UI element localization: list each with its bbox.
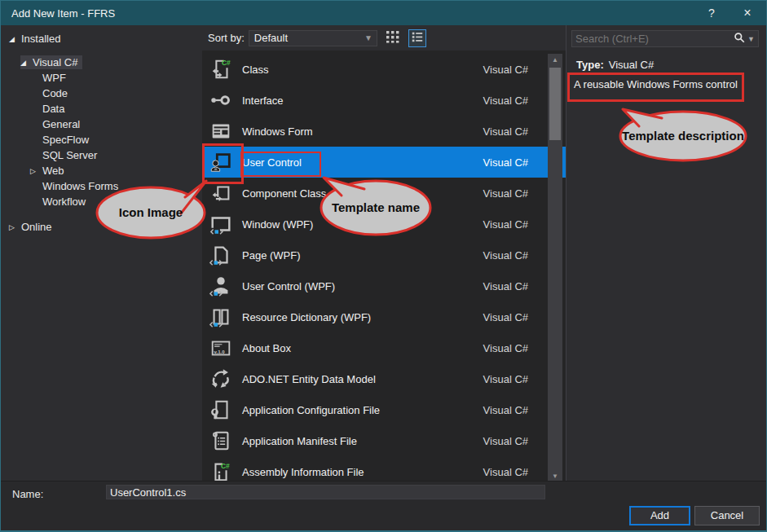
tree-item-visual-c[interactable]: ◢Visual C# [1,55,202,70]
tree-item-label: Web [42,165,64,177]
sort-by-value: Default [254,32,288,44]
tree-item-label: Code [42,87,68,99]
template-category-label: Visual C# [483,466,528,478]
scroll-up-arrow-icon[interactable]: ▲ [548,54,562,67]
tree-item-wpf[interactable]: WPF [1,70,202,86]
template-name-label: Interface [237,95,483,107]
template-category-label: Visual C# [483,435,528,447]
search-input[interactable] [572,33,734,45]
icon-image-callout: Icon Image [90,177,213,244]
template-category-label: Visual C# [483,311,528,323]
template-item-interface[interactable]: InterfaceVisual C# [202,85,566,116]
template-name-label: User Control (WPF) [237,280,483,292]
category-panel: ◢Installed◢Visual C#WPFCodeDataGeneralSp… [1,25,202,483]
tree-item-label: Workflow [42,196,86,208]
template-category-label: Visual C# [483,404,528,416]
type-value: Visual C# [609,59,654,71]
tree-item-data[interactable]: Data [1,101,202,117]
search-box: ▼ [571,30,759,47]
tree-item-code[interactable]: Code [1,86,202,101]
svg-text:v.1.0: v.1.0 [214,349,226,354]
template-category-label: Visual C# [483,373,528,385]
chevron-down-icon: ▼ [747,35,755,43]
assembly-info-file-icon: C# [205,459,237,483]
template-name-label: Application Configuration File [237,404,483,416]
template-name-label: Application Manifest File [237,435,483,447]
template-category-label: Visual C# [483,125,528,138]
template-category-label: Visual C# [483,156,528,169]
tree-item-sql-server[interactable]: SQL Server [1,147,202,163]
template-name-label: Page (WPF) [237,249,483,262]
description-annotation-box [567,73,744,102]
template-name-label: Class [237,64,483,76]
scrollbar-thumb[interactable] [549,68,561,140]
tree-item-label: Visual C# [33,56,77,68]
template-name-annotation-box [240,152,321,177]
type-row: Type:Visual C# [576,59,654,71]
template-item-about-box[interactable]: v.1.0About BoxVisual C# [202,332,566,363]
app-manifest-file-icon [205,429,237,453]
tree-item-label: Installed [21,33,60,45]
template-category-label: Visual C# [483,342,528,354]
tree-item-label: WPF [42,72,66,84]
tree-item-installed[interactable]: ◢Installed [1,31,202,46]
template-item-assembly-information-file[interactable]: C#Assembly Information FileVisual C# [202,456,566,483]
type-label: Type: [576,59,604,71]
svg-text:C#: C# [222,59,231,67]
template-name-label: Resource Dictionary (WPF) [237,311,483,323]
sort-by-dropdown[interactable]: Default ▼ [249,30,377,46]
collapse-arrow-icon[interactable]: ◢ [20,59,33,67]
chevron-down-icon: ▼ [364,33,372,42]
class-icon: C# [205,57,237,81]
add-new-item-dialog: Add New Item - FFRS ? × ◢Installed◢Visua… [0,0,767,532]
sort-bar: Sort by: Default ▼ [202,25,566,51]
collapse-arrow-icon[interactable]: ◢ [9,35,21,43]
small-icons-view-button[interactable] [408,29,426,47]
callout-text: Template description [622,129,744,143]
ado-net-entity-icon [205,367,237,391]
vertical-scrollbar[interactable]: ▲ ▼ [548,54,562,483]
template-item-ado-net-entity-data-model[interactable]: ADO.NET Entity Data ModelVisual C# [202,363,566,394]
footer: Name: Add Cancel [1,481,766,530]
template-name-label: ADO.NET Entity Data Model [237,373,483,385]
tree-item-general[interactable]: General [1,117,202,132]
add-button[interactable]: Add [629,506,690,525]
expand-arrow-icon[interactable]: ▷ [9,223,21,231]
template-list: C#ClassVisual C#InterfaceVisual C#Window… [202,51,566,483]
template-description-callout: Template description [616,103,751,167]
list-view-icon [411,30,424,46]
template-item-class[interactable]: C#ClassVisual C# [202,54,566,85]
page-wpf-icon [205,243,237,267]
about-box-icon: v.1.0 [205,336,237,360]
sort-by-label: Sort by: [208,32,245,44]
tree-item-specflow[interactable]: SpecFlow [1,132,202,147]
search-icon [734,32,746,46]
template-item-user-control-wpf[interactable]: User Control (WPF)Visual C# [202,270,566,301]
template-item-page-wpf[interactable]: Page (WPF)Visual C# [202,240,566,270]
callout-text: Icon Image [119,205,183,219]
template-category-label: Visual C# [483,280,528,292]
close-button[interactable]: × [734,1,761,25]
expand-arrow-icon[interactable]: ▷ [30,167,42,175]
template-name-label: About Box [237,342,483,354]
user-control-wpf-icon [205,274,237,298]
template-name-label: Assembly Information File [237,466,483,478]
template-name-label: Windows Form [237,125,483,138]
cancel-button[interactable]: Cancel [694,506,760,525]
help-button[interactable]: ? [698,1,725,25]
template-panel: Sort by: Default ▼ C#ClassVisual C#Inter… [202,25,566,483]
template-item-resource-dictionary-wpf[interactable]: Resource Dictionary (WPF)Visual C# [202,301,566,332]
template-category-label: Visual C# [483,64,528,76]
file-name-input[interactable] [106,485,545,499]
template-item-application-manifest-file[interactable]: Application Manifest FileVisual C# [202,425,566,456]
template-category-label: Visual C# [483,249,528,262]
search-controls[interactable]: ▼ [734,32,758,46]
app-config-file-icon [205,398,237,422]
medium-icons-view-button[interactable] [384,29,402,47]
tree-item-label: Online [21,221,52,233]
tree-item-label: General [42,118,80,130]
template-item-application-configuration-file[interactable]: Application Configuration FileVisual C# [202,394,566,425]
template-category-label: Visual C# [483,95,528,107]
template-item-windows-form[interactable]: Windows FormVisual C# [202,116,566,147]
template-name-callout: Template name [317,170,439,240]
